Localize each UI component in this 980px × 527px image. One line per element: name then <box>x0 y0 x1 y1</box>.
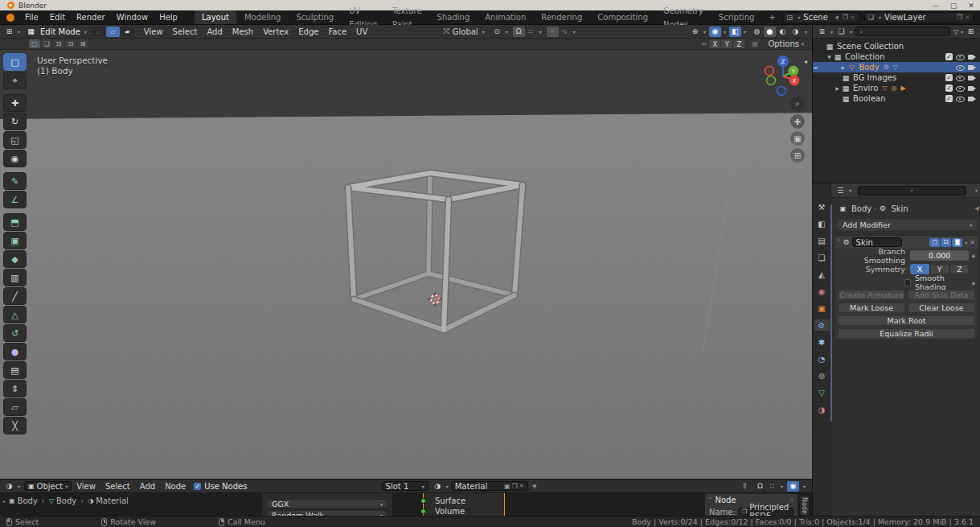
sidebar-collapse-icon[interactable]: ◂ <box>804 58 807 65</box>
tool-smooth[interactable]: ● <box>3 343 27 360</box>
button-mark-root[interactable]: Mark Root <box>838 315 975 326</box>
tool-rotate[interactable]: ↻ <box>3 113 27 130</box>
tool-edge-slide[interactable]: ▤ <box>3 361 27 379</box>
panel-collapse-icon[interactable]: ˅ <box>709 497 712 504</box>
properties-tab-view-layer[interactable]: ❏ <box>814 252 830 263</box>
outliner-row-scene-collection[interactable]: ▦Scene Collection <box>813 41 980 51</box>
tool-transform[interactable]: ◉ <box>3 150 27 167</box>
tool-spin[interactable]: ↺ <box>3 324 27 342</box>
unlink-material-icon[interactable]: ✕ <box>519 483 524 489</box>
visibility-checkbox[interactable]: ✓ <box>945 53 953 60</box>
shader-overlays-icon[interactable]: ◉ <box>787 481 799 492</box>
workspace-tab-compositing[interactable]: Compositing <box>590 10 655 24</box>
pin-id-icon[interactable]: ➤ <box>973 204 980 213</box>
snap-to-self-icon[interactable]: ▦ <box>749 39 761 48</box>
workspace-tab-sculpting[interactable]: Sculpting <box>289 10 341 24</box>
disable-render-icon[interactable] <box>968 84 977 93</box>
outliner-search-input[interactable]: ⌕ <box>855 27 950 36</box>
disable-render-icon[interactable] <box>968 73 977 82</box>
outliner-row-body[interactable]: ▰▶▽Body⚙▽ <box>813 62 980 72</box>
shader-type-dropdown[interactable]: ▣ Object ▾ <box>24 481 72 491</box>
filter-icon[interactable]: ▽ <box>953 28 958 35</box>
go-to-parent-node-icon[interactable]: ⇧ <box>739 481 751 492</box>
select-subtract-icon[interactable]: ⊟ <box>53 39 64 48</box>
workspace-tab-layout[interactable]: Layout <box>195 10 236 24</box>
new-collection-icon[interactable]: ⊞ <box>965 27 977 37</box>
button-equalize-radii[interactable]: Equalize Radii <box>838 328 975 339</box>
hide-eye-icon[interactable] <box>956 84 965 93</box>
tool-cursor[interactable]: ⌖ <box>3 72 27 89</box>
tool-annotate[interactable]: ✎ <box>3 172 27 190</box>
shader-editor-type-icon[interactable]: ◑ <box>3 481 15 492</box>
display-render-toggle-icon[interactable]: ◙ <box>952 238 962 247</box>
mode-selector[interactable]: ▦ Edit Mode ▾ <box>25 27 87 37</box>
use-nodes-toggle[interactable]: ✓ Use Nodes <box>194 482 247 491</box>
socket-dot[interactable] <box>420 498 426 504</box>
properties-tab-particles[interactable]: ✱ <box>814 336 830 348</box>
outliner-editor-type-icon[interactable]: ≣ <box>816 27 828 37</box>
new-viewlayer-icon[interactable]: ❐ <box>957 14 962 21</box>
sidebar-tab-node[interactable]: Node <box>799 495 810 517</box>
tool-shear[interactable]: ▱ <box>3 398 27 416</box>
properties-tab-constraints[interactable]: ⊜ <box>814 370 830 381</box>
material-sphere-icon[interactable]: ◑ <box>432 481 444 492</box>
delete-scene-icon[interactable]: ✕ <box>851 14 855 21</box>
breadcrumb-item[interactable]: Body <box>56 496 76 505</box>
viewport-menu-face[interactable]: Face <box>323 25 351 39</box>
vertex-select-button[interactable]: ∴ <box>92 27 105 37</box>
visibility-checkbox[interactable]: ✓ <box>945 95 953 102</box>
viewport-menu-edge[interactable]: Edge <box>293 25 323 39</box>
snap-settings-icon[interactable]: ∷ <box>525 27 537 37</box>
add-workspace-button[interactable]: + <box>761 10 782 24</box>
disclosure-right-icon[interactable]: ▶ <box>839 64 847 70</box>
modifier-extras-icon[interactable]: ▾ <box>965 240 967 245</box>
viewport-menu-add[interactable]: Add <box>202 25 227 39</box>
properties-tab-modifiers[interactable]: ⚙ <box>814 319 830 331</box>
viewport-menu-uv[interactable]: UV <box>351 25 372 39</box>
tool-bevel[interactable]: ◆ <box>3 250 27 268</box>
disclosure-down-icon[interactable]: ▼ <box>826 54 833 60</box>
breadcrumb-object[interactable]: Body <box>851 204 871 213</box>
display-editmode-toggle-icon[interactable]: ▢ <box>929 238 940 247</box>
disable-render-icon[interactable] <box>968 63 977 72</box>
select-extend-icon[interactable]: ❏ <box>41 39 52 48</box>
panel-collapse-icon[interactable]: ˅ <box>838 239 841 245</box>
tool-select-box[interactable]: ▢ <box>3 53 27 71</box>
options-chevron-icon[interactable]: ▾ <box>975 187 978 193</box>
gizmo-neg-y-axis[interactable] <box>767 76 776 85</box>
minimize-button[interactable]: — <box>927 2 945 10</box>
workspace-tab-modeling[interactable]: Modeling <box>237 10 289 24</box>
principled-bsdf-node[interactable]: GGX▾Random Walk▾ <box>261 493 393 517</box>
perspective-toggle-icon[interactable]: ⊞ <box>790 148 805 163</box>
pin-material-icon[interactable]: ➤ <box>529 481 539 491</box>
properties-search-input[interactable]: ⌕ <box>858 186 966 196</box>
workspace-tab-animation[interactable]: Animation <box>478 10 533 24</box>
properties-tab-output[interactable]: ▤ <box>814 235 830 246</box>
tool-shrink-fatten[interactable]: ⇕ <box>3 380 27 397</box>
tool-measure[interactable]: ∠ <box>3 191 27 208</box>
blender-menu-icon[interactable] <box>6 14 14 22</box>
shader-menu-view[interactable]: View <box>72 480 100 493</box>
remove-viewlayer-icon[interactable]: ✕ <box>965 14 970 21</box>
remove-modifier-icon[interactable]: ✕ <box>970 239 975 246</box>
topbar-menu-edit[interactable]: Edit <box>44 10 71 25</box>
topbar-menu-window[interactable]: Window <box>111 10 154 25</box>
outliner-row-bg-images[interactable]: ▦BG Images✓ <box>813 72 980 83</box>
hide-eye-icon[interactable] <box>956 94 965 103</box>
viewport-menu-vertex[interactable]: Vertex <box>258 25 293 39</box>
properties-tab-material[interactable]: ◑ <box>814 404 830 415</box>
copy-material-icon[interactable]: ❐ <box>512 483 518 490</box>
breadcrumb-modifier[interactable]: Skin <box>891 204 908 213</box>
gizmo-neg-x-axis[interactable] <box>765 67 774 76</box>
properties-editor-type-icon[interactable]: ☰ <box>834 185 847 196</box>
properties-tab-object-data[interactable]: ▽ <box>814 387 830 398</box>
hide-eye-icon[interactable] <box>956 73 965 82</box>
scene-selector[interactable]: ◲ ▾ Scene ➤ ❐ ✕ <box>783 12 859 23</box>
topbar-menu-render[interactable]: Render <box>71 10 111 25</box>
workspace-tab-shading[interactable]: Shading <box>430 10 478 24</box>
tool-poly-build[interactable]: △ <box>3 306 27 323</box>
visibility-checkbox[interactable]: ✓ <box>945 84 953 92</box>
topbar-menu-file[interactable]: File <box>19 10 44 25</box>
snap-magnet-icon[interactable]: Ω <box>513 27 525 37</box>
properties-tab-tool[interactable]: ⚒ <box>814 201 830 212</box>
